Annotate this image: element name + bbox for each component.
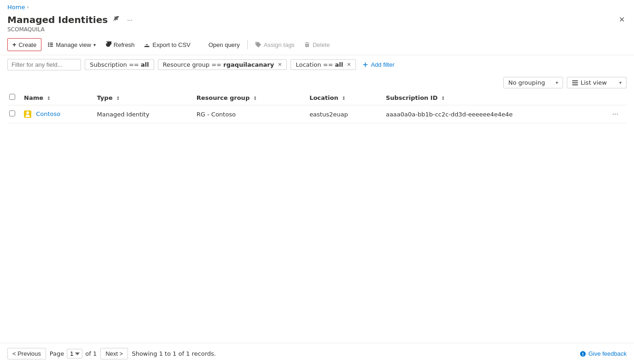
location-filter-tag[interactable]: Location == all ✕ — [291, 59, 356, 70]
create-button[interactable]: + Create — [7, 38, 41, 51]
svg-rect-8 — [572, 84, 578, 85]
table-container: Name ↕ Type ↕ Resource group ↕ Location … — [0, 90, 634, 123]
open-query-label: Open query — [209, 41, 240, 48]
footer-left: < Previous Page 1 of 1 Next > Showing 1 … — [7, 348, 216, 359]
svg-point-0 — [48, 42, 49, 44]
page-title: Managed Identities — [7, 14, 108, 25]
th-resource-group[interactable]: Resource group ↕ — [195, 90, 308, 105]
filter-bar: Subscription == all Resource group == rg… — [0, 55, 634, 74]
feedback-button[interactable]: Give feedback — [580, 350, 627, 357]
export-csv-label: Export to CSV — [152, 41, 190, 48]
select-all-checkbox[interactable] — [9, 94, 15, 100]
delete-button[interactable]: Delete — [300, 39, 334, 51]
grouping-label: No grouping — [508, 79, 545, 86]
th-subscription-id-label: Subscription ID — [386, 94, 438, 101]
feedback-label: Give feedback — [588, 350, 627, 357]
more-options-button[interactable]: ··· — [125, 15, 134, 24]
table-header-row: Name ↕ Type ↕ Resource group ↕ Location … — [7, 90, 627, 105]
view-type-dropdown[interactable]: List view ▾ — [567, 77, 627, 88]
manage-view-button[interactable]: Manage view ▾ — [43, 39, 99, 51]
grouping-dropdown[interactable]: No grouping ▾ — [503, 77, 563, 88]
row-resource-group-cell: RG - Contoso — [195, 105, 308, 123]
svg-point-4 — [48, 46, 49, 47]
svg-rect-1 — [50, 43, 53, 44]
plus-icon: + — [12, 41, 16, 48]
footer: < Previous Page 1 of 1 Next > Showing 1 … — [0, 343, 634, 364]
row-name-cell: Contoso — [22, 105, 95, 123]
footer-page: Page 1 of 1 — [50, 349, 97, 358]
feedback-icon — [580, 351, 586, 357]
row-actions: ··· — [610, 109, 621, 119]
breadcrumb-home-link[interactable]: Home — [7, 4, 25, 11]
breadcrumb-separator: › — [27, 5, 29, 10]
row-type-cell: Managed Identity — [95, 105, 195, 123]
svg-rect-6 — [572, 80, 578, 81]
row-checkbox-cell[interactable] — [7, 105, 22, 123]
location-filter-label: Location == all — [296, 61, 343, 68]
select-all-header[interactable] — [7, 90, 22, 105]
export-csv-button[interactable]: Export to CSV — [140, 39, 194, 51]
refresh-icon — [105, 41, 111, 48]
refresh-label: Refresh — [114, 41, 135, 48]
name-sort-icon: ↕ — [47, 96, 51, 101]
row-actions-cell: ··· — [608, 105, 627, 123]
manage-view-icon — [47, 41, 53, 48]
page-label: Page — [50, 350, 64, 357]
page-container: Home › Managed Identities ··· SCOMAQUILA… — [0, 0, 634, 364]
row-name-link[interactable]: Contoso — [36, 110, 60, 117]
subtitle: SCOMAQUILA — [7, 26, 134, 33]
previous-button[interactable]: < Previous — [7, 348, 46, 359]
add-filter-label: Add filter — [371, 61, 394, 68]
table-row: Contoso Managed Identity RG - Contoso ea… — [7, 105, 627, 123]
svg-point-2 — [48, 44, 49, 46]
location-filter-close[interactable]: ✕ — [347, 62, 351, 68]
svg-rect-5 — [50, 46, 53, 47]
of-label: of 1 — [85, 350, 97, 357]
resource-group-filter-tag[interactable]: Resource group == rgaquilacanary ✕ — [158, 59, 287, 70]
delete-icon — [304, 41, 310, 48]
th-type[interactable]: Type ↕ — [95, 90, 195, 105]
close-button[interactable]: ✕ — [617, 14, 627, 25]
th-name[interactable]: Name ↕ — [22, 90, 95, 105]
query-icon — [200, 41, 206, 48]
export-icon — [144, 41, 150, 48]
view-chevron-icon: ▾ — [619, 80, 622, 85]
subscription-filter-label: Subscription == all — [90, 61, 149, 68]
row-subscription-id-cell: aaaa0a0a-bb1b-cc2c-dd3d-eeeeee4e4e4e — [384, 105, 608, 123]
type-sort-icon: ↕ — [116, 96, 120, 101]
next-button[interactable]: Next > — [100, 348, 128, 359]
row-checkbox[interactable] — [9, 110, 15, 116]
th-resource-group-label: Resource group — [197, 94, 250, 101]
location-sort-icon: ↕ — [342, 96, 345, 101]
refresh-button[interactable]: Refresh — [101, 39, 139, 51]
view-controls: No grouping ▾ List view ▾ — [0, 74, 634, 90]
tag-icon — [255, 41, 262, 48]
th-actions — [608, 90, 627, 105]
plus-filter-icon — [362, 62, 368, 68]
th-location-label: Location — [309, 94, 338, 101]
th-subscription-id[interactable]: Subscription ID ↕ — [384, 90, 608, 105]
subscription-id-sort-icon: ↕ — [441, 96, 445, 101]
ellipsis-icon: ··· — [127, 16, 133, 23]
open-query-button[interactable]: Open query — [196, 39, 244, 51]
view-label: List view — [581, 79, 607, 86]
th-location[interactable]: Location ↕ — [308, 90, 384, 105]
pin-button[interactable] — [111, 15, 122, 25]
header-title-row: Managed Identities ··· — [7, 14, 134, 25]
chevron-down-icon: ▾ — [93, 42, 96, 47]
data-table: Name ↕ Type ↕ Resource group ↕ Location … — [7, 90, 627, 123]
add-filter-button[interactable]: Add filter — [360, 60, 397, 69]
svg-rect-3 — [50, 44, 53, 45]
assign-tags-label: Assign tags — [264, 41, 295, 48]
th-type-label: Type — [97, 94, 113, 101]
filter-input[interactable] — [7, 59, 81, 70]
page-select[interactable]: 1 — [67, 349, 82, 358]
identity-icon — [24, 110, 31, 118]
create-label: Create — [18, 41, 36, 48]
row-more-button[interactable]: ··· — [610, 109, 621, 119]
assign-tags-button[interactable]: Assign tags — [251, 39, 298, 51]
resource-group-filter-close[interactable]: ✕ — [278, 62, 282, 68]
list-view-icon — [572, 80, 578, 86]
subscription-filter-tag[interactable]: Subscription == all — [85, 59, 154, 70]
toolbar-divider — [247, 40, 248, 49]
